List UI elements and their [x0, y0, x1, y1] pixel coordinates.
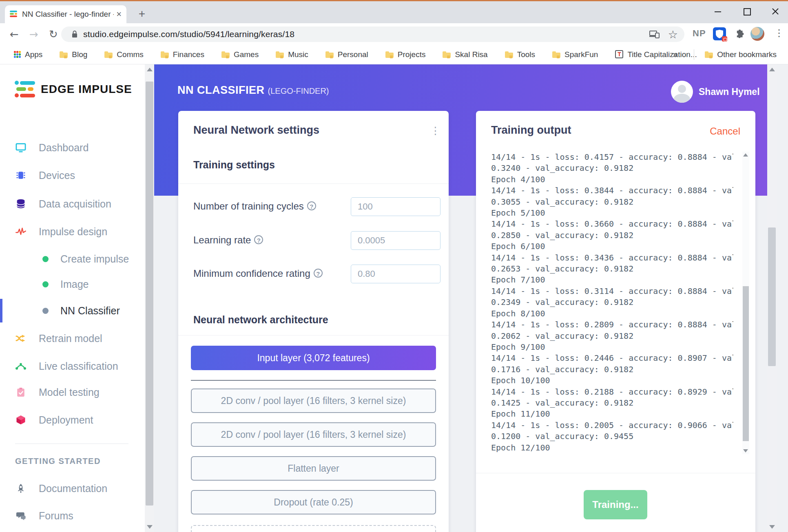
bookmark-item[interactable]: Finances: [161, 50, 204, 59]
bitwarden-lock-badge: [722, 36, 727, 42]
sidebar-item-nn-classifier[interactable]: NN Classifier: [0, 300, 145, 321]
scroll-up-icon[interactable]: [743, 153, 748, 157]
sidebar-scrollbar[interactable]: [145, 64, 154, 532]
sidebar-item-data-acquisition[interactable]: Data acquisition: [0, 193, 145, 214]
nn-settings-card: Neural Network settings ⋮ Training setti…: [178, 111, 449, 532]
console-line: 14/14 - 1s - loss: 0.3114 - accuracy: 0.…: [491, 286, 733, 297]
input-layer-button[interactable]: Input layer (3,072 features): [191, 346, 436, 370]
bookmark-folder-icon: [276, 53, 284, 58]
reload-icon[interactable]: ↻: [46, 26, 61, 42]
scrollbar-thumb[interactable]: [743, 286, 749, 441]
training-console[interactable]: 14/14 - 1s - loss: 0.4157 - accuracy: 0.…: [491, 152, 733, 454]
layer-button[interactable]: 2D conv / pool layer (16 filters, 3 kern…: [191, 422, 436, 447]
gray-dot-icon: [42, 308, 49, 314]
window-minimize-icon[interactable]: [715, 7, 722, 17]
bookmark-item[interactable]: Blog: [60, 50, 87, 59]
min-confidence-label: Minimum confidence rating: [193, 268, 310, 279]
bookmark-folder-icon: [552, 53, 560, 58]
output-card-title: Training output: [491, 124, 571, 137]
sidebar-item-forums[interactable]: Forums: [0, 505, 145, 526]
bookmarks-divider: [694, 49, 694, 60]
layer-button[interactable]: Dropout (rate 0.25): [191, 490, 436, 514]
console-line: 0.3055 - val_accuracy: 0.9182: [491, 196, 733, 208]
bookmark-item[interactable]: SparkFun: [552, 50, 598, 59]
layer-button[interactable]: Flatten layer: [191, 456, 436, 481]
window-close-icon[interactable]: [772, 7, 779, 17]
bookmark-label: Tools: [517, 50, 535, 59]
help-icon[interactable]: ?: [254, 235, 263, 244]
sidebar-item-dashboard[interactable]: Dashboard: [0, 137, 145, 158]
help-icon[interactable]: ?: [307, 201, 316, 210]
app-sidebar: EDGE IMPULSE Dashboard Devices Da: [0, 64, 145, 532]
send-to-devices-icon[interactable]: [649, 30, 660, 39]
bookmark-item[interactable]: Apps: [14, 50, 42, 59]
forward-icon[interactable]: →: [26, 26, 42, 42]
bookmark-folder-icon: [161, 53, 169, 58]
scroll-down-icon[interactable]: [769, 525, 775, 529]
edge-impulse-favicon: [10, 11, 18, 18]
sidebar-item-documentation[interactable]: Documentation: [0, 478, 145, 499]
browser-tab[interactable]: NN Classifier - lego-finder - Edge ×: [5, 5, 126, 23]
sidebar-item-impulse-design[interactable]: Impulse design: [0, 221, 145, 242]
sidebar-item-image[interactable]: Image: [0, 274, 145, 295]
content-scrollbar[interactable]: [767, 64, 777, 532]
sidebar-item-live-classification[interactable]: Live classification: [0, 355, 145, 377]
scroll-down-icon[interactable]: [743, 449, 748, 453]
learning-rate-input[interactable]: [351, 231, 440, 250]
np-extension-icon[interactable]: NP: [693, 28, 706, 39]
bookmark-item[interactable]: Skal Risa: [443, 50, 487, 59]
other-bookmarks[interactable]: Other bookmarks: [705, 50, 777, 59]
sidebar-item-deployment[interactable]: Deployment: [0, 409, 145, 430]
sidebar-item-retrain-model[interactable]: Retrain model: [0, 328, 145, 349]
console-line: 0.2850 - val_accuracy: 0.9182: [491, 230, 733, 241]
bookmark-item[interactable]: Games: [221, 50, 259, 59]
console-line: 0.2349 - val_accuracy: 0.9182: [491, 297, 733, 308]
bookmark-folder-icon: T: [615, 50, 623, 58]
add-layer-dropzone[interactable]: [191, 525, 436, 532]
sidebar-item-create-impulse[interactable]: Create impulse: [0, 248, 145, 269]
edge-impulse-logo-mark: [15, 80, 35, 99]
console-line: Epoch 10/100: [491, 375, 733, 386]
card-menu-kebab-icon[interactable]: ⋮: [430, 125, 440, 137]
console-line: Epoch 9/100: [491, 342, 733, 353]
bookmarks-list: Apps Blog Comms Finances: [14, 50, 697, 59]
scrollbar-thumb[interactable]: [146, 82, 153, 506]
user-avatar[interactable]: [671, 81, 693, 103]
scroll-up-icon[interactable]: [147, 68, 153, 71]
tab-close-icon[interactable]: ×: [116, 10, 122, 19]
scrollbar-thumb[interactable]: [768, 227, 776, 366]
bookmark-item[interactable]: Personal: [325, 50, 368, 59]
window-maximize-icon[interactable]: [743, 7, 750, 17]
bookmarks-overflow-icon[interactable]: »: [673, 49, 677, 60]
extensions-puzzle-icon[interactable]: [733, 28, 746, 42]
sidebar-item-devices[interactable]: Devices: [0, 165, 145, 186]
help-icon[interactable]: ?: [314, 269, 323, 278]
bookmark-label: Comms: [117, 50, 143, 59]
back-icon[interactable]: ←: [7, 26, 22, 42]
bookmark-item[interactable]: Music: [276, 50, 308, 59]
new-tab-button[interactable]: +: [135, 7, 149, 22]
bookmark-item[interactable]: Projects: [385, 50, 426, 59]
console-scrollbar[interactable]: [742, 152, 749, 454]
profile-avatar[interactable]: [750, 27, 764, 41]
sidebar-item-model-testing[interactable]: Model testing: [0, 382, 145, 403]
edge-impulse-logo[interactable]: EDGE IMPULSE: [15, 80, 132, 99]
bookmark-item[interactable]: Comms: [104, 50, 143, 59]
training-cycles-input[interactable]: [351, 197, 440, 216]
bookmark-label: Blog: [72, 50, 87, 59]
scroll-down-icon[interactable]: [147, 525, 153, 529]
bookmark-item[interactable]: Tools: [505, 50, 535, 59]
cancel-link[interactable]: Cancel: [710, 126, 740, 137]
bookmark-folder-icon: [385, 53, 394, 58]
layer-button[interactable]: 2D conv / pool layer (16 filters, 3 kern…: [191, 389, 436, 413]
bookmark-star-icon[interactable]: ☆: [668, 28, 678, 41]
min-confidence-input[interactable]: [351, 265, 440, 283]
training-button[interactable]: Training...: [584, 490, 647, 519]
scroll-up-icon[interactable]: [769, 68, 775, 71]
console-line: Epoch 11/100: [491, 408, 733, 419]
bitwarden-extension-icon[interactable]: [713, 27, 726, 40]
user-name: Shawn Hymel: [699, 86, 760, 97]
user-menu[interactable]: Shawn Hymel: [671, 81, 760, 103]
address-bar[interactable]: studio.edgeimpulse.com/studio/5941/learn…: [61, 26, 684, 42]
browser-menu-kebab-icon[interactable]: ⋮: [774, 27, 784, 39]
